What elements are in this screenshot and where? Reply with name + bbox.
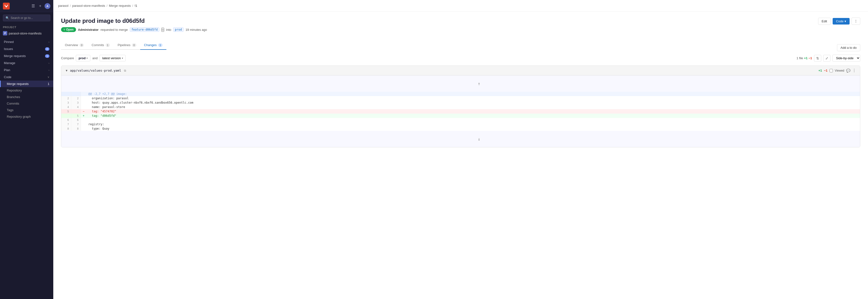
table-row: 6 6 [61,118,860,122]
stat-added: +1 [804,56,808,60]
sidebar-item-manage[interactable]: Manage › [0,59,53,66]
line-indicator [81,127,87,131]
line-indicator [81,122,87,127]
diff-more-btn[interactable]: ⋮ [852,68,856,73]
line-code: host: quay.apps.cluster-nbxf6.nbxf6.sand… [87,101,860,105]
line-indicator [81,101,87,105]
tab-commits-label: Commits [92,43,104,47]
tab-overview-count: 0 [80,44,84,47]
code-button[interactable]: Code ▾ [833,18,849,25]
sidebar-nav: Pinned › Issues 0 Merge requests 1 Manag… [0,37,53,121]
line-num-old: 2 [61,96,71,101]
breadcrumb-merge-requests[interactable]: Merge requests [109,4,131,7]
page-header-left: Update prod image to d06d5fd ⑂ Open Admi… [61,18,818,37]
file-count: 1 file [797,56,803,60]
tab-changes[interactable]: Changes 1 [140,41,166,50]
compare-from-button[interactable]: prod ▾ [76,55,90,61]
page-title: Update prod image to d06d5fd [61,18,818,24]
line-indicator-removed: − [81,109,87,114]
line-num-new: 8 [71,127,81,131]
sidebar-item-branches[interactable]: Branches [0,94,53,100]
line-num-old-added [61,114,71,118]
table-row-removed: 5 − tag: "4574702" [61,109,860,114]
copy-filename-btn[interactable]: ⧉ [123,69,127,73]
diff-expand-row-bottom[interactable]: ↓ [61,131,860,147]
page-header: Update prod image to d06d5fd ⑂ Open Admi… [61,18,860,37]
tab-pipelines[interactable]: Pipelines 0 [114,41,140,50]
sidebar-item-merge-requests-label: Merge requests [4,54,26,58]
diff-container: ▼ app/values/values-prod.yaml ⧉ +1 −1 Vi… [61,65,860,147]
line-indicator-added: + [81,114,87,118]
sidebar-item-code[interactable]: Code ∨ [0,74,53,81]
sidebar-top: ☰ ＋ A [0,0,53,12]
sidebar-item-issues[interactable]: Issues 0 [0,45,53,52]
project-name-row[interactable]: P parasol-store-manifests [3,30,51,36]
compare-from-value: prod [79,56,86,60]
breadcrumb-parasol[interactable]: parasol [58,4,68,7]
line-code: type: Quay [87,127,860,131]
line-num-old: 4 [61,105,71,109]
user-avatar[interactable]: A [44,3,51,9]
mr-badge-label: Open [66,28,73,31]
page-header-right: Edit Code ▾ ⋮ [818,18,860,25]
search-bar[interactable]: 🔍 Search or go to... [3,15,51,21]
copy-branch-btn[interactable]: ⧉ [161,28,164,32]
sidebar-repository-label: Repository [7,88,22,92]
line-indicator-header [81,92,87,96]
sidebar-toggle-btn[interactable]: ☰ [31,3,36,9]
more-options-button[interactable]: ⋮ [851,18,860,25]
mr-meta-text: requested to merge [100,28,128,31]
sidebar-item-tags[interactable]: Tags [0,107,53,113]
table-row: 3 3 host: quay.apps.cluster-nbxf6.nbxf6.… [61,101,860,105]
chevron-right-icon-plan: › [49,69,50,72]
sidebar-item-merge-requests[interactable]: Merge requests 1 [0,52,53,59]
tab-overview[interactable]: Overview 0 [61,41,88,50]
project-avatar: P [3,31,7,35]
line-code: name: parasol-store [87,105,860,109]
tab-commits[interactable]: Commits 1 [88,41,114,50]
diff-expand-row-top[interactable]: ↑ [61,76,860,92]
tab-pipelines-label: Pipelines [118,43,130,47]
line-num-new-removed [71,109,81,114]
file-stat: 1 file +1 −1 [797,56,812,60]
sidebar-code-label: Code [4,75,11,79]
merge-icon: ⑂ [63,28,65,31]
diff-comment-icon[interactable]: 💬 [846,69,850,73]
sidebar-item-merge-requests-code[interactable]: Merge requests 1 [0,81,53,87]
chevron-down-icon-to: ▾ [122,57,123,59]
compare-and-label: and [92,56,98,60]
mr-author: Administrator [78,28,99,31]
tab-commits-count: 1 [105,44,110,47]
diff-viewed-checkbox[interactable] [830,69,833,72]
top-breadcrumb-bar: parasol / parasol-store-manifests / Merg… [53,0,868,12]
sidebar-item-repository-graph[interactable]: Repository graph [0,113,53,120]
sidebar-branches-label: Branches [7,95,20,99]
project-name: parasol-store-manifests [9,31,42,35]
diff-header-right: +1 −1 Viewed 💬 ⋮ [818,68,856,73]
expand-all-button[interactable]: ⇅ [814,55,821,62]
sidebar-item-plan[interactable]: Plan › [0,66,53,74]
diff-collapse-btn[interactable]: ▼ [65,69,68,72]
sidebar-item-repository[interactable]: Repository [0,87,53,94]
add-todo-button[interactable]: Add a to do [837,44,861,51]
sidebar-item-pinned[interactable]: Pinned › [0,38,53,45]
breadcrumb-manifests[interactable]: parasol-store-manifests [72,4,105,7]
mr-branch-from[interactable]: feature-d06d5fd [130,27,159,32]
line-num-old: 8 [61,127,71,131]
collapse-all-button[interactable]: ⤢ [823,55,831,62]
sidebar-repository-graph-label: Repository graph [7,115,31,118]
search-icon: 🔍 [6,16,9,20]
mr-branch-to[interactable]: prod [173,27,184,32]
view-mode-select[interactable]: Side-by-side Inline [832,55,860,62]
compare-label: Compare [61,56,74,60]
sidebar-item-commits[interactable]: Commits [0,100,53,107]
table-row: 2 2 organization: parasol [61,96,860,101]
issues-badge: 0 [45,47,50,51]
gitlab-logo[interactable] [3,3,10,9]
line-num-old: 3 [61,101,71,105]
compare-to-button[interactable]: latest version ▾ [99,55,126,61]
chevron-right-icon-manage: › [49,62,50,64]
edit-button[interactable]: Edit [818,18,831,25]
new-item-btn[interactable]: ＋ [37,2,43,9]
changes-toolbar: Compare prod ▾ and latest version ▾ 1 fi… [61,55,860,62]
